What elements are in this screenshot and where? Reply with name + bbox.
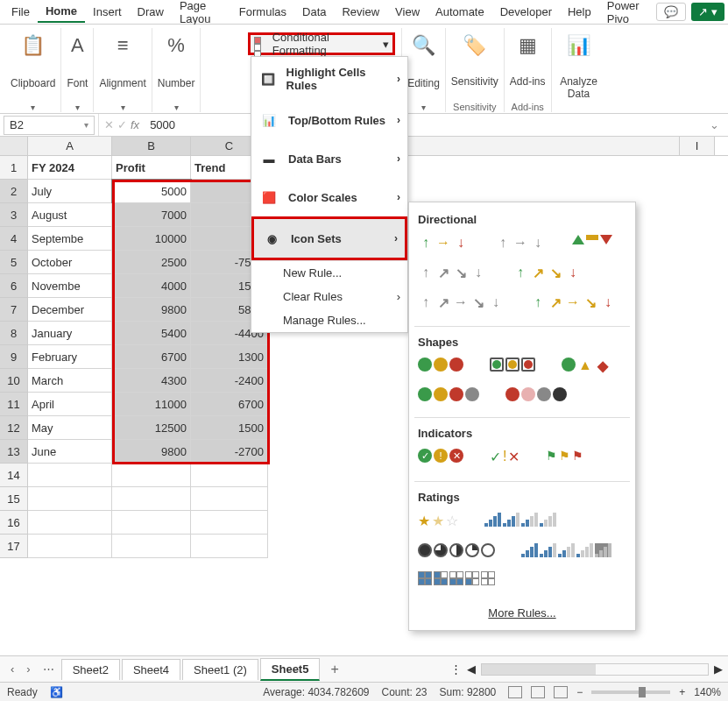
cell-B16[interactable] bbox=[112, 511, 191, 535]
tab-insert[interactable]: Insert bbox=[85, 2, 130, 22]
iconset-3symbols-circled[interactable]: ✓!✕ bbox=[418, 449, 463, 465]
tab-data[interactable]: Data bbox=[294, 2, 334, 22]
tab-help[interactable]: Help bbox=[560, 2, 599, 22]
group-editing[interactable]: 🔍 Editing ▾ bbox=[402, 28, 446, 112]
sheet-nav-next[interactable]: › bbox=[21, 662, 35, 676]
cancel-icon[interactable]: ✕ bbox=[104, 118, 114, 131]
cell-A9[interactable]: February bbox=[28, 345, 112, 369]
comments-button[interactable]: 💬 bbox=[656, 3, 686, 21]
cell-B13[interactable]: 9800 bbox=[112, 440, 191, 464]
row-header-4[interactable]: 4 bbox=[0, 227, 28, 251]
cell-A17[interactable] bbox=[28, 535, 112, 558]
cell-B2[interactable]: 5000 bbox=[112, 180, 191, 203]
cell-B10[interactable]: 4300 bbox=[112, 369, 191, 393]
cell-A5[interactable]: October bbox=[28, 251, 112, 274]
iconset-4arrows-gray[interactable]: ↑↗↘↓ bbox=[418, 265, 486, 280]
cell-C12[interactable]: 1500 bbox=[191, 416, 268, 440]
cell-B12[interactable]: 12500 bbox=[112, 416, 191, 440]
iconset-3symbols[interactable]: ✓!✕ bbox=[490, 449, 519, 465]
tab-review[interactable]: Review bbox=[334, 2, 387, 22]
cell-C13[interactable]: -2700 bbox=[191, 440, 268, 464]
zoom-level[interactable]: 140% bbox=[694, 686, 721, 698]
iconset-redtoblack[interactable] bbox=[505, 387, 567, 401]
tab-home[interactable]: Home bbox=[38, 1, 85, 23]
row-header-7[interactable]: 7 bbox=[0, 298, 28, 322]
cell-C16[interactable] bbox=[191, 511, 268, 535]
cell-B7[interactable]: 9800 bbox=[112, 298, 191, 322]
menu-newrule[interactable]: New Rule... bbox=[251, 261, 407, 285]
iconset-5quarters[interactable] bbox=[418, 543, 495, 557]
cell-A4[interactable]: Septembe bbox=[28, 227, 112, 251]
formula-buttons[interactable]: ✕ ✓ fx bbox=[98, 114, 145, 136]
sheet-options-icon[interactable]: ⋮ bbox=[450, 662, 462, 676]
add-sheet-button[interactable]: + bbox=[322, 662, 347, 677]
row-header-12[interactable]: 12 bbox=[0, 416, 28, 440]
menu-colorscales[interactable]: 🟥 Color Scales › bbox=[251, 178, 407, 216]
enter-icon[interactable]: ✓ bbox=[117, 118, 127, 131]
iconset-4trafficlights[interactable] bbox=[418, 387, 479, 401]
row-header-10[interactable]: 10 bbox=[0, 369, 28, 393]
cell-B14[interactable] bbox=[112, 464, 191, 487]
menu-managerules[interactable]: Manage Rules... bbox=[251, 308, 407, 332]
formula-value[interactable]: 5000 bbox=[145, 118, 180, 131]
cell-A16[interactable] bbox=[28, 511, 112, 535]
cell-B15[interactable] bbox=[112, 487, 191, 511]
cell-C14[interactable] bbox=[191, 464, 268, 487]
iconset-3arrows-colored[interactable]: ↑→↓ bbox=[418, 235, 469, 251]
formula-collapse[interactable]: ⌄ bbox=[701, 118, 728, 131]
row-header-14[interactable]: 14 bbox=[0, 464, 28, 487]
group-number[interactable]: % Number ▾ bbox=[152, 28, 201, 112]
cell-C11[interactable]: 6700 bbox=[191, 393, 268, 416]
iconset-3trafficlights-rimmed[interactable] bbox=[490, 358, 535, 373]
row-header-8[interactable]: 8 bbox=[0, 322, 28, 345]
row-header-11[interactable]: 11 bbox=[0, 393, 28, 416]
row-header-17[interactable]: 17 bbox=[0, 535, 28, 558]
group-clipboard[interactable]: 📋 Clipboard ▾ bbox=[5, 28, 61, 112]
iconset-3stars[interactable]: ★★☆ bbox=[418, 513, 458, 529]
menu-iconsets[interactable]: ◉ Icon Sets › bbox=[251, 216, 407, 260]
cell-A6[interactable]: Novembe bbox=[28, 274, 112, 298]
cell-A8[interactable]: January bbox=[28, 322, 112, 345]
cell-A7[interactable]: December bbox=[28, 298, 112, 322]
iconset-5ratings[interactable] bbox=[521, 543, 611, 557]
iconset-3triangles[interactable] bbox=[572, 235, 612, 251]
iconset-5arrows-gray[interactable]: ↑↗→↘↓ bbox=[418, 294, 504, 310]
row-header-15[interactable]: 15 bbox=[0, 487, 28, 511]
cell-A15[interactable] bbox=[28, 487, 112, 511]
row-header-9[interactable]: 9 bbox=[0, 345, 28, 369]
menu-topbottom[interactable]: 📊 Top/Bottom Rules › bbox=[251, 101, 407, 139]
cell-B17[interactable] bbox=[112, 535, 191, 558]
cell-A14[interactable] bbox=[28, 464, 112, 487]
zoom-out-icon[interactable]: − bbox=[576, 686, 583, 698]
sheet-tab-1[interactable]: Sheet4 bbox=[122, 659, 180, 680]
scroll-left-icon[interactable]: ◀ bbox=[467, 662, 476, 676]
cell-A11[interactable]: April bbox=[28, 393, 112, 416]
row-header-16[interactable]: 16 bbox=[0, 511, 28, 535]
cell-B11[interactable]: 11000 bbox=[112, 393, 191, 416]
row-header-1[interactable]: 1 bbox=[0, 156, 28, 180]
iconset-3signs[interactable]: ▲◆ bbox=[562, 358, 611, 373]
cell-B9[interactable]: 6700 bbox=[112, 345, 191, 369]
horizontal-scrollbar[interactable] bbox=[481, 663, 709, 676]
cell-C17[interactable] bbox=[191, 535, 268, 558]
more-rules-link[interactable]: More Rules... bbox=[414, 598, 630, 625]
tab-developer[interactable]: Developer bbox=[492, 2, 560, 22]
cell-A1[interactable]: FY 2024 bbox=[28, 156, 112, 180]
name-box[interactable]: B2 ▾ bbox=[4, 116, 95, 135]
iconset-3trafficlights[interactable] bbox=[418, 358, 463, 373]
cell-B5[interactable]: 2500 bbox=[112, 251, 191, 274]
iconset-5arrows-colored[interactable]: ↑↗→↘↓ bbox=[530, 294, 616, 310]
row-header-2[interactable]: 2 bbox=[0, 180, 28, 203]
share-button[interactable]: ↗▾ bbox=[691, 3, 724, 21]
group-alignment[interactable]: ≡ Alignment ▾ bbox=[94, 28, 152, 112]
cell-B8[interactable]: 5400 bbox=[112, 322, 191, 345]
cell-C10[interactable]: -2400 bbox=[191, 369, 268, 393]
group-font[interactable]: A Font ▾ bbox=[61, 28, 94, 112]
menu-highlight-cells[interactable]: 🔲 Highlight Cells Rules › bbox=[251, 57, 407, 101]
col-header-B[interactable]: B bbox=[112, 137, 191, 155]
scroll-right-icon[interactable]: ▶ bbox=[714, 662, 723, 676]
cell-B3[interactable]: 7000 bbox=[112, 203, 191, 227]
iconset-3flags[interactable]: ⚑⚑⚑ bbox=[546, 449, 583, 465]
view-pagebreak-icon[interactable] bbox=[554, 686, 568, 698]
row-header-6[interactable]: 6 bbox=[0, 274, 28, 298]
